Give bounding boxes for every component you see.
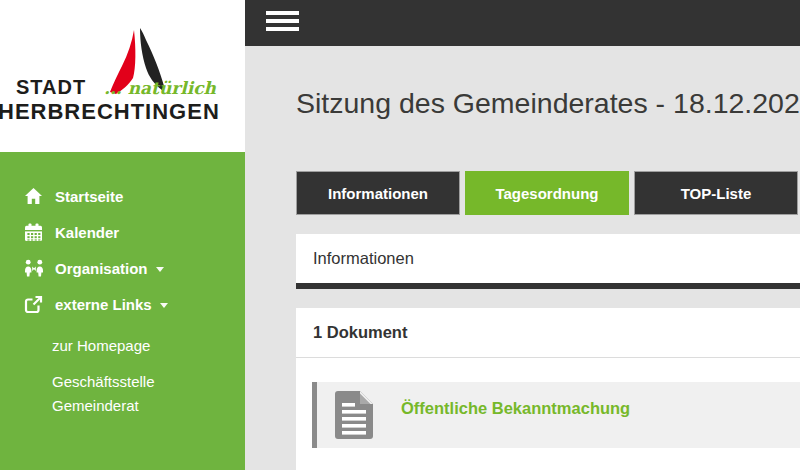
sidebar-subitem-zur-homepage[interactable]: zur Homepage: [0, 334, 230, 358]
home-icon: [24, 187, 44, 206]
logo-text-stadt: STADT: [16, 76, 86, 99]
sidebar-subitem-geschaeftsstelle-gemeinderat[interactable]: Geschäftsstelle Gemeinderat: [0, 370, 230, 418]
sidebar-item-label: Startseite: [55, 188, 123, 205]
organisation-icon: [24, 259, 44, 278]
menu-hamburger-icon[interactable]: [266, 9, 300, 37]
sidebar-item-label: Organisation: [55, 260, 148, 277]
logo-tagline: ... natürlich: [104, 78, 216, 98]
sidebar-item-label: externe Links: [55, 296, 152, 313]
sidebar-item-organisation[interactable]: Organisation: [0, 250, 245, 286]
chevron-down-icon: [160, 303, 168, 308]
external-links-submenu: zur Homepage Geschäftsstelle Gemeinderat: [0, 334, 245, 418]
document-count: 1 Dokument: [296, 308, 800, 358]
sidebar-item-externe-links[interactable]: externe Links: [0, 286, 245, 322]
logo-text-herbrechtingen: HERBRECHTINGEN: [0, 99, 247, 125]
section-header: Informationen: [313, 249, 414, 268]
top-bar: [245, 0, 800, 46]
external-link-icon: [24, 295, 44, 314]
documents-panel: 1 Dokument Öffentliche Bekanntmachung: [296, 308, 800, 470]
informationen-panel: Informationen: [296, 234, 800, 289]
chevron-down-icon: [156, 267, 164, 272]
tab-tagesordnung[interactable]: Tagesordnung: [465, 171, 629, 215]
sidebar-nav: Startseite Kalender: [0, 178, 245, 430]
calendar-icon: [24, 223, 44, 242]
stadt-herbrechtingen-logo[interactable]: STADT ... natürlich HERBRECHTINGEN: [0, 0, 245, 152]
sidebar-item-label: Kalender: [55, 224, 119, 241]
sidebar-item-kalender[interactable]: Kalender: [0, 214, 245, 250]
page-title: Sitzung des Gemeinderates - 18.12.2025: [296, 87, 800, 120]
tab-informationen[interactable]: Informationen: [296, 171, 460, 215]
sidebar: STADT ... natürlich HERBRECHTINGEN Start…: [0, 0, 245, 470]
document-icon: [335, 391, 373, 439]
sidebar-item-startseite[interactable]: Startseite: [0, 178, 245, 214]
tab-top-liste[interactable]: TOP-Liste: [634, 171, 798, 215]
document-link[interactable]: Öffentliche Bekanntmachung: [401, 399, 630, 418]
tab-bar: Informationen Tagesordnung TOP-Liste: [296, 171, 798, 215]
document-list-item[interactable]: Öffentliche Bekanntmachung: [312, 382, 800, 448]
